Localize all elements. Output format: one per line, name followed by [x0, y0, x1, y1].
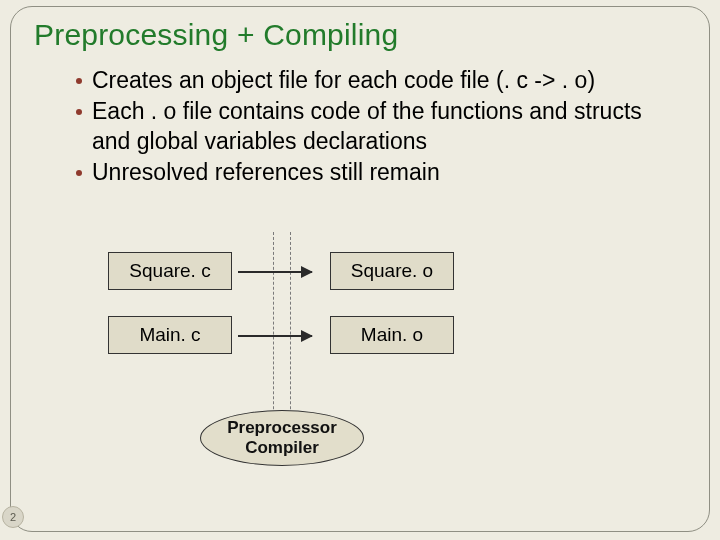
list-item: Creates an object file for each code fil…	[76, 66, 686, 95]
bullet-icon	[76, 78, 82, 84]
bullet-icon	[76, 109, 82, 115]
ellipse-label: Preprocessor	[227, 418, 337, 438]
arrow-icon	[238, 335, 312, 337]
file-box-object: Main. o	[330, 316, 454, 354]
slide-title: Preprocessing + Compiling	[34, 18, 398, 52]
list-item: Each . o file contains code of the funct…	[76, 97, 686, 156]
bullet-text: Each . o file contains code of the funct…	[92, 97, 686, 156]
stage-ellipse: Preprocessor Compiler	[200, 410, 364, 466]
bullet-text: Creates an object file for each code fil…	[92, 66, 595, 95]
bullet-icon	[76, 170, 82, 176]
file-box-source: Square. c	[108, 252, 232, 290]
bullet-text: Unresolved references still remain	[92, 158, 440, 187]
ellipse-label: Compiler	[245, 438, 319, 458]
list-item: Unresolved references still remain	[76, 158, 686, 187]
arrow-icon	[238, 271, 312, 273]
file-box-source: Main. c	[108, 316, 232, 354]
bullet-list: Creates an object file for each code fil…	[76, 66, 686, 190]
slide-number-badge: 2	[2, 506, 24, 528]
file-box-object: Square. o	[330, 252, 454, 290]
